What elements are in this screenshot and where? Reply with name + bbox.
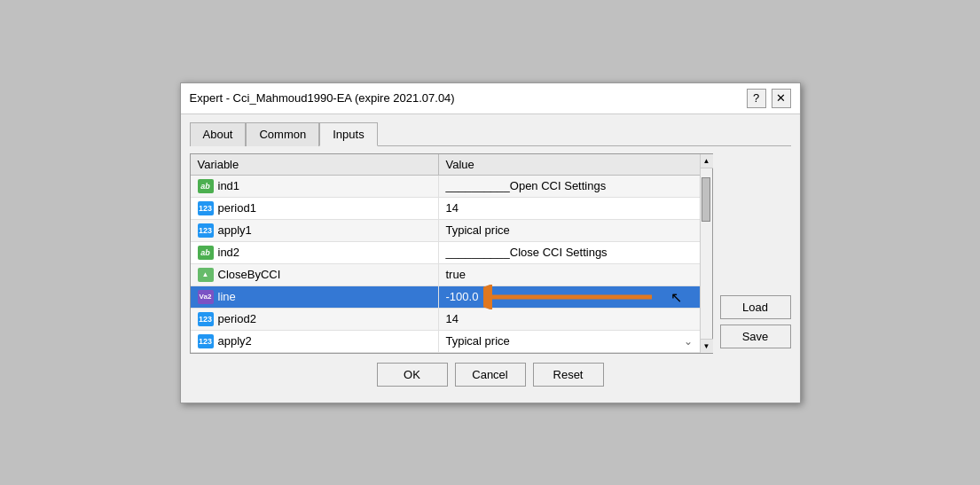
main-area: Variable Value ab ind1 __________Op <box>190 153 791 354</box>
cell-variable: ▲ CloseByCCI <box>191 264 439 286</box>
main-window: Expert - Cci_Mahmoud1990-EA (expire 2021… <box>180 82 801 403</box>
num-icon: 123 <box>198 312 214 326</box>
cell-value: __________Close CCI Settings <box>439 242 700 263</box>
num-icon: 123 <box>198 201 214 215</box>
cell-variable: ab ind2 <box>191 242 439 263</box>
cell-value: 14 <box>439 198 700 219</box>
table-row[interactable]: 123 apply1 Typical price <box>191 220 700 242</box>
table-header: Variable Value <box>191 154 700 176</box>
table-row[interactable]: 123 period2 14 <box>191 309 700 331</box>
content-area: About Common Inputs Variable Value <box>181 114 800 403</box>
var-value: Typical price <box>446 223 510 237</box>
cell-value: Typical price ⌄ <box>439 331 700 352</box>
cell-value: __________Open CCI Settings <box>439 176 700 197</box>
ok-button[interactable]: OK <box>377 363 448 387</box>
tab-about[interactable]: About <box>190 122 247 146</box>
var-name: ind1 <box>218 179 240 192</box>
var-value: __________Open CCI Settings <box>446 179 607 192</box>
table-row[interactable]: 123 apply2 Typical price ⌄ <box>191 331 700 353</box>
scroll-down-indicator: ⌄ <box>684 335 693 348</box>
inputs-table: Variable Value ab ind1 __________Op <box>190 153 713 354</box>
table-row[interactable]: ab ind1 __________Open CCI Settings <box>191 176 700 198</box>
tab-bar: About Common Inputs <box>190 121 791 146</box>
save-button[interactable]: Save <box>720 325 791 348</box>
table-body: ab ind1 __________Open CCI Settings 123 <box>191 176 700 353</box>
closebycci-icon: ▲ <box>198 268 214 282</box>
var-name: period1 <box>218 201 256 215</box>
table-row[interactable]: ▲ CloseByCCI true <box>191 264 700 286</box>
cell-variable: 123 period1 <box>191 198 439 219</box>
table-row[interactable]: ab ind2 __________Close CCI Settings <box>191 242 700 264</box>
scroll-up-button[interactable]: ▲ <box>701 154 713 168</box>
cell-variable: 123 apply2 <box>191 331 439 352</box>
arrow-annotation <box>483 285 661 309</box>
var-name: ind2 <box>218 246 240 259</box>
var-name: apply1 <box>218 223 252 237</box>
var-name: line <box>218 290 236 303</box>
cell-value: true <box>439 264 700 286</box>
var-value: true <box>446 268 466 281</box>
var-name: CloseByCCI <box>218 268 281 281</box>
ab-icon: ab <box>198 246 214 260</box>
side-buttons: Load Save <box>720 153 791 354</box>
tab-inputs[interactable]: Inputs <box>319 122 377 146</box>
close-button[interactable]: ✕ <box>772 89 791 108</box>
scrollbar[interactable]: ▲ ▼ <box>700 154 712 353</box>
cell-variable: 123 period2 <box>191 309 439 330</box>
help-button[interactable]: ? <box>747 89 766 108</box>
table-row[interactable]: 123 period1 14 <box>191 198 700 220</box>
bottom-bar: OK Cancel Reset <box>190 354 791 394</box>
var-value: __________Close CCI Settings <box>446 246 608 259</box>
col-value-header: Value <box>439 154 700 175</box>
num-icon: 123 <box>198 334 214 348</box>
cell-value: 14 <box>439 309 700 330</box>
table-main: Variable Value ab ind1 __________Op <box>191 154 700 353</box>
scroll-track[interactable] <box>701 168 712 339</box>
tab-common[interactable]: Common <box>246 122 319 146</box>
title-bar-buttons: ? ✕ <box>747 89 791 108</box>
var-value: 14 <box>446 201 459 215</box>
num-icon: 123 <box>198 223 214 238</box>
var-value: 14 <box>446 312 459 325</box>
scroll-down-button[interactable]: ▼ <box>701 339 713 353</box>
col-variable-header: Variable <box>191 154 439 175</box>
var-value: Typical price <box>446 334 510 348</box>
load-button[interactable]: Load <box>720 295 791 319</box>
cell-variable: Va2 line <box>191 286 439 308</box>
reset-button[interactable]: Reset <box>533 363 604 387</box>
window-title: Expert - Cci_Mahmoud1990-EA (expire 2021… <box>190 91 455 105</box>
cell-variable: ab ind1 <box>191 176 439 197</box>
cursor-indicator: ↖ <box>670 288 682 305</box>
var-name: apply2 <box>218 334 252 348</box>
cancel-button[interactable]: Cancel <box>455 363 526 387</box>
cell-value: Typical price <box>439 220 700 241</box>
table-row-selected[interactable]: Va2 line -100.0 <box>191 286 700 309</box>
ab-icon: ab <box>198 179 214 193</box>
title-bar: Expert - Cci_Mahmoud1990-EA (expire 2021… <box>181 83 800 114</box>
va2-icon: Va2 <box>198 290 214 304</box>
cell-variable: 123 apply1 <box>191 220 439 241</box>
var-value: -100.0 <box>446 290 479 303</box>
scroll-thumb[interactable] <box>702 177 710 222</box>
var-name: period2 <box>218 312 256 325</box>
cell-value: -100.0 <box>439 286 700 308</box>
